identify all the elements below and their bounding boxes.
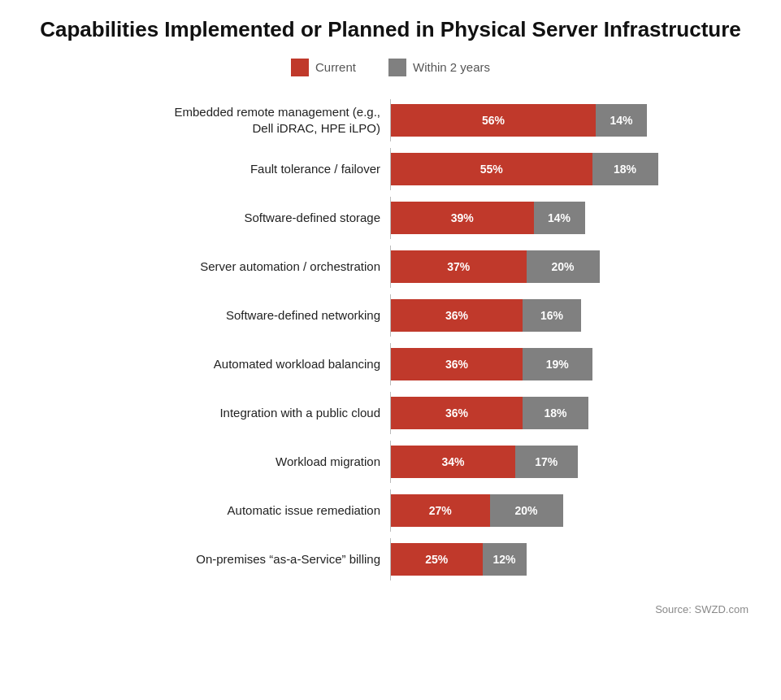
bar-group: 36%18%: [391, 397, 588, 429]
row-label: Embedded remote management (e.g.,Dell iD…: [24, 104, 390, 136]
bar-current: 27%: [391, 494, 490, 527]
bar-within: 20%: [527, 250, 600, 283]
bar-within: 18%: [592, 153, 658, 185]
bar-within: 17%: [515, 446, 578, 478]
row-label: Automated workload balancing: [24, 356, 390, 372]
chart-row: Automatic issue remediation27%20%: [24, 489, 757, 532]
legend-within: Within 2 years: [388, 59, 490, 76]
chart-row: Automated workload balancing36%19%: [24, 343, 757, 385]
chart-row: Software-defined storage39%14%: [24, 197, 757, 239]
legend: Current Within 2 years: [24, 59, 757, 76]
row-label: On-premises “as-a-Service” billing: [24, 551, 390, 567]
chart-row: On-premises “as-a-Service” billing25%12%: [24, 538, 757, 580]
bar-within: 14%: [596, 104, 647, 137]
bar-within: 14%: [534, 202, 585, 234]
within-color-box: [388, 59, 406, 76]
bar-current: 25%: [391, 543, 483, 576]
bar-group: 27%20%: [391, 494, 563, 527]
bar-current: 36%: [391, 397, 523, 429]
bar-group: 37%20%: [391, 250, 600, 283]
chart-row: Embedded remote management (e.g.,Dell iD…: [24, 99, 757, 141]
bar-group: 25%12%: [391, 543, 527, 576]
row-label: Software-defined networking: [24, 307, 390, 324]
bar-current: 56%: [391, 104, 596, 137]
chart-title: Capabilities Implemented or Planned in P…: [24, 16, 757, 44]
bar-current: 55%: [391, 153, 592, 185]
row-label: Automatic issue remediation: [24, 502, 390, 519]
bar-within: 16%: [523, 299, 581, 332]
bar-group: 34%17%: [391, 446, 578, 478]
row-label: Server automation / orchestration: [24, 259, 390, 275]
bar-group: 39%14%: [391, 202, 585, 234]
bar-within: 18%: [523, 397, 588, 429]
bar-group: 56%14%: [391, 104, 647, 137]
bar-current: 34%: [391, 446, 515, 478]
chart-row: Software-defined networking36%16%: [24, 294, 757, 337]
bar-current: 36%: [391, 348, 523, 380]
row-label: Software-defined storage: [24, 210, 390, 226]
bar-group: 36%19%: [391, 348, 592, 380]
chart-row: Integration with a public cloud36%18%: [24, 392, 757, 434]
legend-current-label: Current: [315, 60, 356, 74]
bar-current: 36%: [391, 299, 523, 332]
bar-current: 39%: [391, 202, 534, 234]
bar-within: 12%: [483, 543, 527, 576]
legend-within-label: Within 2 years: [413, 60, 490, 74]
chart-row: Workload migration34%17%: [24, 441, 757, 483]
bar-within: 20%: [490, 494, 563, 527]
row-label: Workload migration: [24, 454, 390, 470]
current-color-box: [291, 59, 309, 76]
bar-within: 19%: [523, 348, 592, 380]
source-label: Source: SWZD.com: [24, 603, 757, 615]
chart-row: Fault tolerance / failover55%18%: [24, 148, 757, 190]
chart-row: Server automation / orchestration37%20%: [24, 246, 757, 288]
bar-group: 36%16%: [391, 299, 581, 332]
bar-current: 37%: [391, 250, 527, 283]
row-label: Integration with a public cloud: [24, 405, 390, 421]
legend-current: Current: [291, 59, 356, 76]
row-label: Fault tolerance / failover: [24, 161, 390, 177]
bar-group: 55%18%: [391, 153, 658, 185]
chart-area: Embedded remote management (e.g.,Dell iD…: [24, 99, 757, 587]
